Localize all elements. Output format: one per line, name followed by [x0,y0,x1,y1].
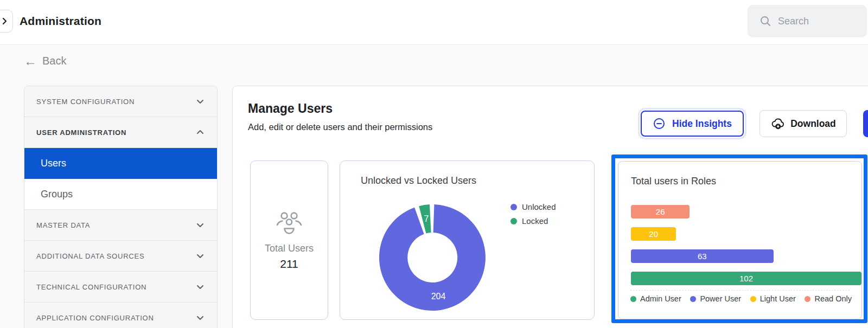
roles-card: Total users in Roles 262063102 Admin Use… [618,161,862,319]
sidebar-item-additional-data-sources[interactable]: ADDITIONAL DATA SOURCES [24,241,217,272]
sidebar-item-groups[interactable]: Groups [24,179,217,210]
admin-sidebar: SYSTEM CONFIGURATIONUSER ADMINISTRATIONU… [24,86,218,328]
bar-value-label: 20 [649,229,658,239]
top-header-bar: Administration [0,0,868,45]
legend-item-unlocked: Unlocked [510,202,556,211]
chevron-up-icon [195,128,205,137]
section-title: Manage Users [248,101,333,116]
sidebar-item-master-data[interactable]: MASTER DATA [24,210,217,241]
add-user-button-partial[interactable] [863,110,868,137]
legend-dot [690,296,696,302]
bar-value-label: 26 [656,207,665,216]
bar-read-only: 26 [631,205,690,218]
search-box[interactable] [748,5,867,37]
sidebar-item-label: TECHNICAL CONFIGURATION [36,283,146,291]
bar-admin-user: 102 [631,272,861,285]
sidebar-item-application-configuration[interactable]: APPLICATION CONFIGURATION [24,303,217,328]
administration-screen: Administration ← Back SYSTEM CONFIGURATI… [0,0,868,328]
minus-circle-icon [653,117,666,130]
hide-insights-button[interactable]: Hide Insights [641,111,744,137]
sidebar-item-user-administration[interactable]: USER ADMINISTRATION [24,117,217,148]
search-input[interactable] [778,16,859,27]
roles-bars: 262063102 [631,205,861,294]
legend-label: Power User [700,294,741,303]
unlocked-locked-card: Unlocked vs Locked Users 2047 UnlockedLo… [340,160,595,320]
legend-dot [510,204,517,210]
legend-label: Read Only [814,294,852,303]
chevron-down-icon [195,221,205,229]
legend-dot [510,218,517,224]
back-link[interactable]: ← Back [24,55,66,67]
legend-item-admin-user: Admin User [630,294,681,303]
total-users-label: Total Users [265,243,314,254]
donut-value-label: 7 [424,214,429,223]
roles-legend: Admin UserPower UserLight UserRead Only [630,294,852,303]
back-label: Back [42,55,66,67]
sidebar-item-label: MASTER DATA [36,221,90,229]
page-title: Administration [20,15,101,28]
bar-light-user: 20 [631,227,676,241]
legend-label: Locked [522,216,548,226]
donut-value-label: 204 [431,292,446,301]
roles-chart-title: Total users in Roles [631,176,716,187]
legend-item-read-only: Read Only [805,294,852,303]
manage-users-panel: Manage Users Add, edit or delete users a… [232,86,868,328]
sidebar-item-technical-configuration[interactable]: TECHNICAL CONFIGURATION [24,272,217,303]
sidebar-item-label: SYSTEM CONFIGURATION [36,98,135,106]
sidebar-item-label: Users [41,158,66,169]
donut-chart-title: Unlocked vs Locked Users [361,175,476,186]
cloud-download-icon [770,118,785,130]
chevron-down-icon [195,252,205,260]
total-users-card: Total Users 211 [250,160,328,320]
total-users-value: 211 [280,258,298,271]
bar-value-label: 63 [698,252,707,261]
legend-label: Admin User [640,294,681,303]
sidebar-item-system-configuration[interactable]: SYSTEM CONFIGURATION [24,86,217,117]
legend-dot [750,296,756,302]
chevron-down-icon [195,282,205,291]
bar-power-user: 63 [631,249,774,263]
legend-label: Light User [760,294,796,303]
download-button[interactable]: Download [760,110,847,137]
legend-item-power-user: Power User [690,294,741,303]
legend-dot [630,296,636,302]
chevron-down-icon [195,313,205,322]
bar-value-label: 102 [739,274,753,283]
roles-axis-line [630,290,850,291]
sidebar-item-label: Groups [41,189,73,200]
back-arrow-icon: ← [24,56,37,67]
download-label: Download [790,118,836,130]
legend-dot [805,296,810,302]
search-icon [760,15,771,27]
expand-panel-button[interactable] [0,10,13,33]
sidebar-item-users[interactable]: Users [24,148,217,179]
users-group-icon [275,210,303,235]
legend-item-light-user: Light User [750,294,796,303]
section-subtitle: Add, edit or delete users and their perm… [248,122,432,132]
donut-legend: UnlockedLocked [510,202,556,226]
donut-chart: 2047 [373,198,492,317]
sidebar-item-label: APPLICATION CONFIGURATION [36,314,154,322]
hide-insights-label: Hide Insights [672,118,732,130]
chevron-right-icon [0,16,10,26]
chevron-down-icon [195,97,205,106]
sidebar-item-label: ADDITIONAL DATA SOURCES [36,252,144,260]
sidebar-item-label: USER ADMINISTRATION [36,128,126,137]
legend-item-locked: Locked [510,216,556,226]
legend-label: Unlocked [522,202,556,211]
